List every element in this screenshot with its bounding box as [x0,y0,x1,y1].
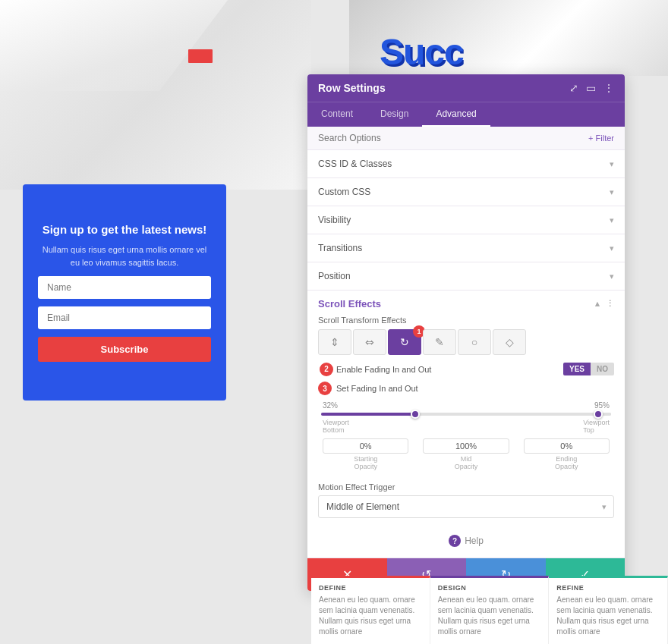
motion-section: Motion Effect Trigger Middle of Element … [307,476,625,524]
mid-opacity-input[interactable] [423,438,509,454]
page-top-bg [0,0,311,190]
fading-toggle-switch[interactable]: YES NO [563,363,614,375]
help-icon: ? [449,535,461,547]
chevron-down-icon: ▾ [610,159,614,169]
accordion-position: Position ▾ [307,262,625,291]
scroll-effects-title: Scroll Effects ▴ ⋮ [318,298,614,309]
vertical-icon: ⇕ [330,336,339,348]
horizontal-icon: ⇔ [365,336,374,348]
toggle-yes-label[interactable]: YES [563,363,591,375]
ending-opacity-label: EndingOpacity [555,455,578,470]
panel-header: Row Settings ⤢ ▭ ⋮ [307,74,625,102]
name-input[interactable] [38,276,211,299]
accordion-label-css: CSS ID & Classes [318,159,392,169]
pen-scroll-btn[interactable]: ✎ [423,329,456,355]
define-text: Aenean eu leo quam. ornare sem lacinia q… [319,595,422,637]
mid-opacity-label: MidOpacity [455,455,478,470]
accordion-label-position: Position [318,271,351,281]
columns-icon[interactable]: ▭ [586,82,596,94]
signup-panel: Sign up to get the latest news! Nullam q… [23,184,226,401]
fullscreen-icon[interactable]: ⤢ [569,82,578,94]
filter-button[interactable]: + Filter [588,134,614,143]
starting-opacity-col: StartingOpacity [323,438,408,470]
accordion-header-transitions[interactable]: Transitions ▾ [307,234,625,262]
accordion-header-customcss[interactable]: Custom CSS ▾ [307,178,625,206]
fading-range-label: 3 Set Fading In and Out [318,382,614,395]
starting-opacity-label: StartingOpacity [354,455,377,470]
slider-container: 32% 95% ViewportBottom ViewportTop [318,401,614,470]
ending-opacity-col: EndingOpacity [524,438,610,470]
more-icon[interactable]: ⋮ [603,82,614,94]
fading-range-text: Set Fading In and Out [336,384,418,393]
transform-icon-row: ⇕ ⇔ ↻ 1 ✎ ○ ◇ [318,329,614,355]
accordion-header-css[interactable]: CSS ID & Classes ▾ [307,150,625,177]
fading-toggle-row: 2 Enable Fading In and Out YES NO [336,363,614,375]
ending-opacity-input[interactable] [524,438,610,454]
accordion-header-visibility[interactable]: Visibility ▾ [307,206,625,234]
horizontal-scroll-btn[interactable]: ⇔ [353,329,386,355]
chevron-down-icon-5: ▾ [610,272,614,281]
help-row: ? Help [307,524,625,558]
help-label[interactable]: Help [465,536,484,546]
motion-select-wrapper: Middle of Element Bottom of Element Top … [318,495,614,518]
slider-fill-left [321,413,414,416]
slider-thumb-right[interactable] [594,410,603,419]
vertical-scroll-btn[interactable]: ⇕ [318,329,351,355]
scroll-effects-icons: ▴ ⋮ [595,299,614,309]
fading-range-section: 3 Set Fading In and Out 32% 95% Viewport… [318,382,614,470]
accordion-header-position[interactable]: Position ▾ [307,262,625,290]
accordion-label-transitions: Transitions [318,243,362,253]
bottom-col-refine: REFINE Aenean eu leo quam. ornare sem la… [549,576,668,644]
search-bar: + Filter [307,127,625,150]
slider-percent-labels: 32% 95% [321,401,611,410]
define-title: DEFINE [319,584,422,592]
success-3d-image: Succ [349,0,668,76]
viewport-bottom-label: ViewportBottom [323,419,349,434]
clock-scroll-btn[interactable]: ○ [458,329,491,355]
tab-content[interactable]: Content [307,102,367,127]
accordion-custom-css: Custom CSS ▾ [307,178,625,206]
design-text: Aenean eu leo quam. ornare sem lacinia q… [438,595,541,637]
subscribe-button[interactable]: Subscribe [38,337,211,362]
scroll-effects-more-icon[interactable]: ⋮ [606,299,614,309]
right-percent-label: 95% [594,401,610,410]
rotate-scroll-btn[interactable]: ↻ 1 [388,329,421,355]
toggle-no-label[interactable]: NO [591,363,614,375]
opacity-row: StartingOpacity MidOpacity EndingOpacity [321,438,611,470]
diamond-icon: ◇ [506,336,514,348]
motion-trigger-select[interactable]: Middle of Element Bottom of Element Top … [318,495,614,518]
search-input[interactable] [318,133,588,143]
signup-title: Sign up to get the latest news! [43,223,207,236]
chevron-down-icon-4: ▾ [610,243,614,253]
accordion-visibility: Visibility ▾ [307,206,625,234]
row-settings-panel: Row Settings ⤢ ▭ ⋮ Content Design Advanc… [307,74,625,591]
scroll-effects-label: Scroll Effects [318,298,381,309]
clock-icon: ○ [471,336,477,348]
pen-icon: ✎ [435,336,444,348]
accordion-label-customcss: Custom CSS [318,187,370,197]
accordion-label-visibility: Visibility [318,215,351,225]
email-input[interactable] [38,306,211,329]
bottom-col-design: DESIGN Aenean eu leo quam. ornare sem la… [430,576,550,644]
starting-opacity-input[interactable] [323,438,408,454]
design-title: DESIGN [438,584,541,592]
slider-thumb-left[interactable] [411,410,420,419]
viewport-top-label: ViewportTop [583,419,610,434]
rotate-icon: ↻ [400,336,409,348]
slider-track[interactable] [321,413,611,416]
badge-2: 2 [320,363,333,376]
bottom-content: DEFINE Aenean eu leo quam. ornare sem la… [311,576,668,644]
chevron-down-icon-2: ▾ [610,187,614,197]
refine-title: REFINE [556,584,660,592]
tab-design[interactable]: Design [367,102,422,127]
panel-title: Row Settings [318,82,386,94]
motion-trigger-label: Motion Effect Trigger [318,482,614,492]
diamond-scroll-btn[interactable]: ◇ [493,329,526,355]
accordion-transitions: Transitions ▾ [307,234,625,262]
viewport-labels: ViewportBottom ViewportTop [321,419,611,434]
collapse-icon[interactable]: ▴ [595,299,600,309]
tab-advanced[interactable]: Advanced [422,102,490,127]
panel-tabs: Content Design Advanced [307,102,625,127]
panel-header-icons: ⤢ ▭ ⋮ [569,82,614,94]
fading-toggle-label: Enable Fading In and Out [336,365,431,374]
